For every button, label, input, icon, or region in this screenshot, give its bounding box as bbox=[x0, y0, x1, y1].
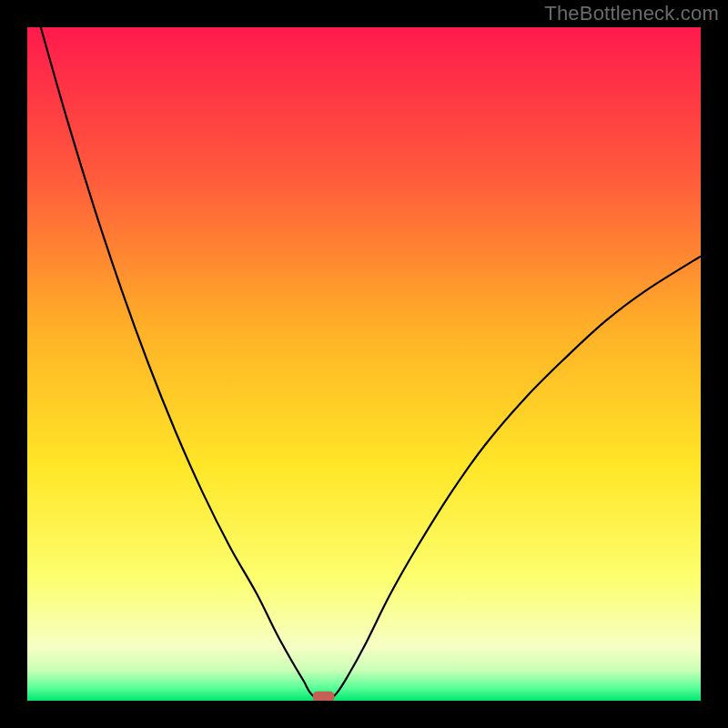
bottleneck-chart bbox=[27, 27, 701, 701]
optimal-point-marker bbox=[313, 692, 335, 701]
watermark-label: TheBottleneck.com bbox=[544, 2, 719, 25]
chart-background bbox=[27, 27, 701, 701]
chart-frame: TheBottleneck.com bbox=[0, 0, 728, 728]
